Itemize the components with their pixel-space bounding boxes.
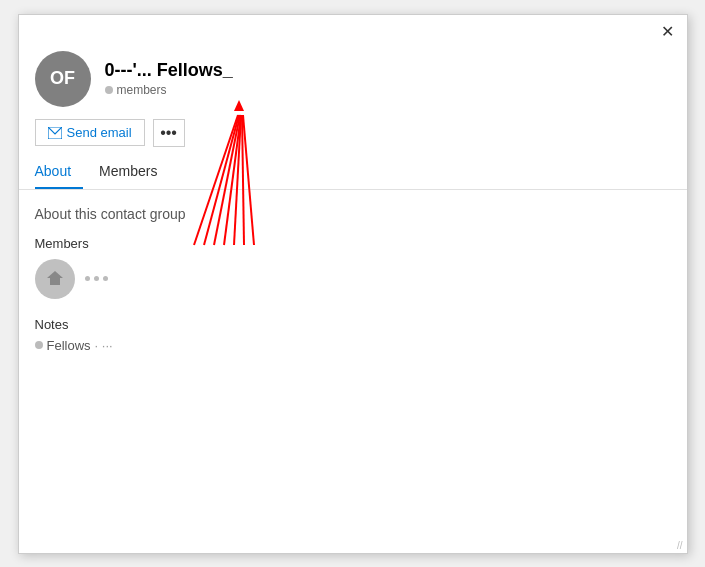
- member-avatar-1: [35, 259, 75, 299]
- members-dot-icon: [105, 86, 113, 94]
- dot-1: [85, 276, 90, 281]
- action-row: Send email •••: [19, 115, 687, 155]
- members-avatars: [35, 259, 671, 299]
- close-button[interactable]: ✕: [657, 21, 679, 43]
- dot-3: [103, 276, 108, 281]
- resize-handle: //: [677, 540, 683, 551]
- title-bar: ✕: [19, 15, 687, 43]
- tab-members[interactable]: Members: [99, 155, 169, 189]
- member-more-dots: [85, 276, 108, 281]
- header: OF 0---'... Fellows_ members: [19, 43, 687, 115]
- notes-label: Notes: [35, 317, 671, 332]
- dot-2: [94, 276, 99, 281]
- tab-about[interactable]: About: [35, 155, 84, 189]
- email-icon: [48, 127, 62, 139]
- notes-dot-icon: [35, 341, 43, 349]
- members-label: Members: [35, 236, 671, 251]
- members-count: members: [105, 83, 671, 97]
- notes-content: Fellows · ···: [35, 338, 671, 353]
- send-email-button[interactable]: Send email: [35, 119, 145, 146]
- tabs: About Members: [19, 155, 687, 190]
- avatar: OF: [35, 51, 91, 107]
- group-name: 0---'... Fellows_: [105, 60, 671, 81]
- reply-icon: [45, 269, 65, 289]
- contact-group-dialog: ✕ OF 0---'... Fellows_ members Send emai…: [18, 14, 688, 554]
- header-info: 0---'... Fellows_ members: [105, 60, 671, 97]
- more-options-button[interactable]: •••: [153, 119, 185, 147]
- about-section-label: About this contact group: [35, 206, 671, 222]
- content-area: About this contact group Members Notes F…: [19, 190, 687, 553]
